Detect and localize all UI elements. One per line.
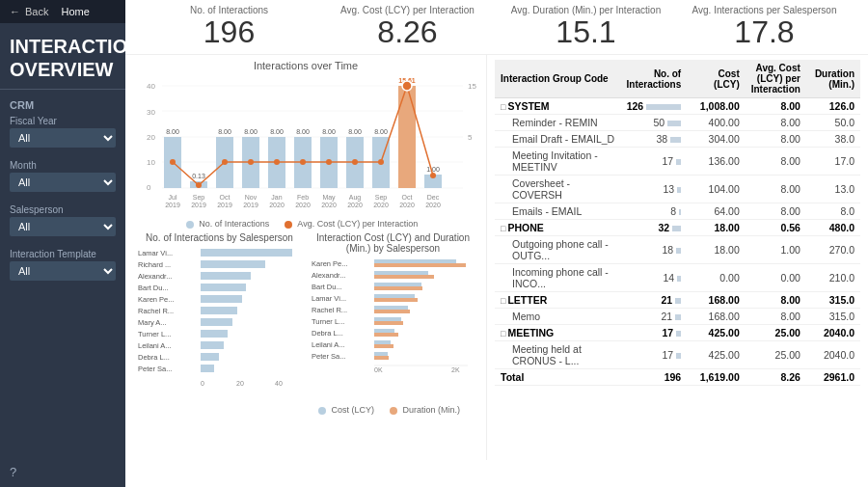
svg-text:Leilani A...: Leilani A...: [312, 340, 345, 349]
back-label: Back: [25, 6, 48, 17]
fiscal-year-filter: Fiscal Year All: [0, 111, 125, 155]
col-cost: Cost (LCY): [687, 60, 746, 98]
expand-icon[interactable]: □: [501, 296, 505, 306]
cd-dur-6[interactable]: [374, 321, 403, 325]
sp-bar-4[interactable]: [201, 284, 246, 291]
month-select[interactable]: All: [10, 173, 116, 192]
cost-duration-chart: Interaction Cost (LCY) and Duration (Min…: [309, 232, 477, 392]
cell-duration: 315.0: [806, 309, 860, 325]
cell-cost: 1,619.00: [687, 369, 746, 386]
line-dot: [430, 173, 436, 178]
cell-code: Incoming phone call - INCO...: [495, 264, 621, 292]
cell-duration: 13.0: [806, 176, 860, 203]
cell-cost: 168.00: [687, 309, 746, 325]
cd-cost-5[interactable]: [374, 306, 408, 310]
fiscal-year-select[interactable]: All: [10, 128, 116, 148]
col-interactions: No. ofInteractions: [621, 60, 688, 98]
svg-text:Leilani A...: Leilani A...: [138, 341, 172, 350]
cell-interactions: 126: [621, 98, 688, 115]
svg-text:May: May: [322, 194, 336, 202]
month-label: Month: [10, 160, 116, 171]
cd-cost-7[interactable]: [374, 329, 394, 333]
cd-cost-1[interactable]: [374, 259, 456, 263]
kpi-avg-duration-value: 15.1: [497, 15, 675, 49]
month-filter: Month All: [0, 155, 125, 200]
expand-icon[interactable]: □: [501, 329, 505, 338]
sp-bar-3[interactable]: [201, 272, 251, 280]
time-chart-container: 40 30 20 10 0 15 5: [135, 74, 476, 219]
cd-cost-9[interactable]: [374, 352, 388, 356]
interaction-template-filter: Interaction Template All: [0, 244, 125, 288]
cell-cost: 425.00: [687, 325, 746, 341]
svg-text:Debra L...: Debra L...: [138, 353, 170, 362]
cd-cost-2[interactable]: [374, 271, 428, 275]
cell-interactions: 14: [621, 264, 688, 292]
expand-icon[interactable]: □: [501, 102, 505, 112]
help-button[interactable]: ?: [0, 457, 125, 487]
cell-code: □MEETING: [495, 325, 621, 341]
sp-bar-8[interactable]: [201, 330, 228, 338]
legend-cost: Cost (LCY): [318, 405, 374, 415]
legend-dot-cost: [318, 407, 326, 415]
cell-duration: 8.0: [806, 203, 860, 220]
sp-bar-11[interactable]: [201, 365, 214, 372]
cell-avg-cost: 0.00: [746, 264, 806, 292]
sp-bar-5[interactable]: [201, 295, 242, 303]
cd-cost-6[interactable]: [374, 317, 401, 321]
back-button[interactable]: ← Back Home: [0, 0, 125, 23]
line-dot: [196, 182, 202, 188]
svg-text:Jan: Jan: [271, 194, 282, 201]
cell-interactions: 50: [621, 115, 688, 131]
table-row: Meeting Invitation - MEETINV 17 136.00 8…: [495, 148, 860, 176]
svg-text:Jul: Jul: [169, 194, 177, 201]
col-avg-cost: Avg. Cost(LCY) perInteraction: [746, 60, 806, 98]
salesperson-chart: No. of Interactions by Salesperson Lamar…: [135, 232, 304, 392]
cd-dur-1[interactable]: [374, 263, 466, 267]
bar-oct-2020[interactable]: [398, 86, 416, 188]
cell-interactions: 8: [621, 203, 688, 220]
cd-dur-4[interactable]: [374, 298, 418, 302]
cell-duration: 17.0: [806, 148, 860, 176]
table-body: □SYSTEM 126 1,008.00 8.00 126.0 Reminder…: [495, 98, 860, 386]
cell-interactions: 21: [621, 292, 688, 309]
cd-dur-2[interactable]: [374, 275, 434, 279]
cd-dur-8[interactable]: [374, 344, 393, 348]
sp-bar-10[interactable]: [201, 353, 219, 361]
cd-dur-3[interactable]: [374, 286, 422, 290]
cd-cost-8[interactable]: [374, 340, 391, 344]
interaction-template-select[interactable]: All: [10, 261, 116, 281]
line-dot: [300, 159, 306, 165]
cell-cost: 0.00: [687, 264, 746, 292]
sp-bar-7[interactable]: [201, 318, 232, 326]
svg-text:2020: 2020: [269, 202, 285, 208]
svg-text:40: 40: [275, 380, 283, 387]
kpi-interactions: No. of Interactions 196: [140, 5, 318, 49]
svg-text:8.00: 8.00: [270, 128, 284, 135]
cell-avg-cost: 8.00: [746, 98, 806, 115]
cell-avg-cost: 8.00: [746, 115, 806, 131]
sp-bar-9[interactable]: [201, 341, 224, 349]
salesperson-label: Salesperson: [10, 204, 116, 215]
sp-bar-1[interactable]: [201, 249, 292, 257]
cd-cost-4[interactable]: [374, 294, 415, 298]
sp-bar-2[interactable]: [201, 260, 265, 268]
table-row: Outgoing phone call - OUTG... 18 18.00 1…: [495, 236, 860, 264]
cell-interactions: 17: [621, 341, 688, 369]
salesperson-select[interactable]: All: [10, 217, 116, 236]
cd-dur-9[interactable]: [374, 356, 389, 360]
table-row: □LETTER 21 168.00 8.00 315.0: [495, 292, 860, 309]
svg-text:0: 0: [201, 380, 204, 387]
cd-dur-5[interactable]: [374, 310, 410, 313]
sp-bar-6[interactable]: [201, 307, 237, 314]
svg-text:Lamar Vi...: Lamar Vi...: [138, 249, 173, 257]
cell-avg-cost: 8.00: [746, 309, 806, 325]
cd-dur-7[interactable]: [374, 333, 398, 337]
cell-cost: 1,008.00: [687, 98, 746, 115]
kpi-avg-cost: Avg. Cost (LCY) per Interaction 8.26: [318, 5, 497, 49]
cd-cost-3[interactable]: [374, 283, 421, 286]
kpi-avg-per-salesperson: Avg. Interactions per Salesperson 17.8: [675, 5, 854, 49]
expand-icon[interactable]: □: [501, 224, 505, 233]
cell-code: □SYSTEM: [495, 98, 621, 115]
svg-text:0: 0: [147, 183, 151, 192]
interaction-template-label: Interaction Template: [10, 249, 116, 259]
